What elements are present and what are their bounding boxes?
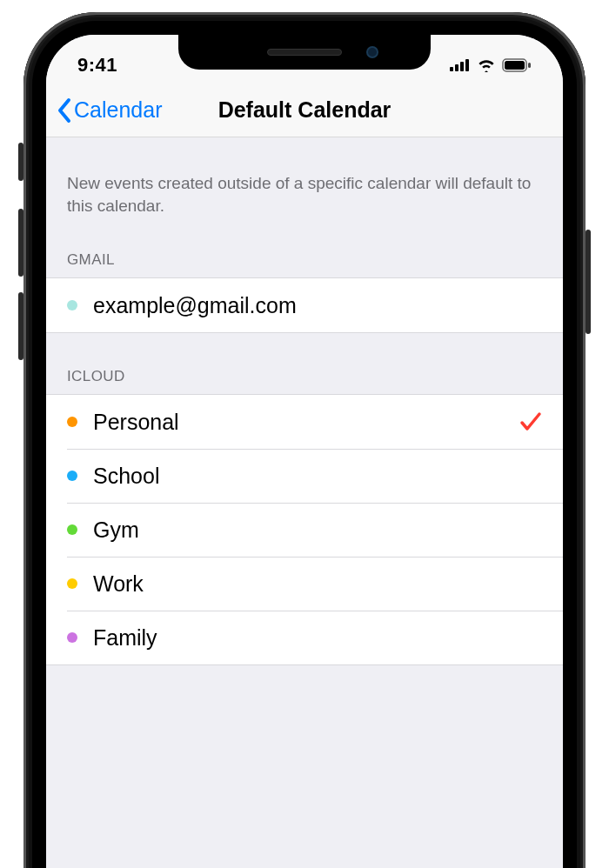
calendar-label: Gym <box>93 517 542 543</box>
calendar-color-dot <box>67 300 77 310</box>
wifi-icon <box>477 58 496 72</box>
calendar-row-family[interactable]: Family <box>46 611 563 664</box>
power-button <box>586 230 591 334</box>
calendar-color-dot <box>67 417 77 427</box>
notch <box>178 35 431 70</box>
earpiece-speaker <box>267 49 342 56</box>
volume-up-button <box>18 209 23 277</box>
group-header-gmail: GMAIL <box>46 227 563 277</box>
screen: 9:41 <box>46 35 563 868</box>
svg-rect-3 <box>465 59 469 71</box>
svg-rect-6 <box>528 63 531 68</box>
page-title: Default Calendar <box>218 97 392 123</box>
calendar-label: School <box>93 464 542 489</box>
calendar-row-school[interactable]: School <box>46 449 563 503</box>
group-icloud: Personal School Gym <box>46 394 563 665</box>
checkmark-icon <box>519 411 542 432</box>
svg-rect-5 <box>505 61 525 70</box>
calendar-row-work[interactable]: Work <box>46 557 563 611</box>
calendar-color-dot <box>67 471 77 481</box>
status-indicators <box>450 58 532 72</box>
phone-bezel: 9:41 <box>32 21 577 868</box>
cellular-icon <box>450 59 471 71</box>
calendar-label: Personal <box>93 410 504 435</box>
group-gmail: example@gmail.com <box>46 277 563 333</box>
calendar-color-dot <box>67 632 77 643</box>
phone-frame: 9:41 <box>23 12 586 868</box>
chevron-left-icon <box>57 97 72 124</box>
volume-down-button <box>18 292 23 360</box>
content: New events created outside of a specific… <box>46 137 563 665</box>
svg-rect-0 <box>450 67 453 71</box>
status-time: 9:41 <box>77 54 117 77</box>
calendar-label: Family <box>93 625 542 651</box>
section-description: New events created outside of a specific… <box>46 137 563 227</box>
calendar-row-gmail-0[interactable]: example@gmail.com <box>46 278 563 332</box>
front-camera <box>366 46 378 58</box>
battery-icon <box>502 58 532 72</box>
mute-switch <box>18 143 23 181</box>
calendar-color-dot <box>67 524 77 535</box>
back-button[interactable]: Calendar <box>57 83 162 137</box>
calendar-row-personal[interactable]: Personal <box>46 395 563 449</box>
calendar-row-gym[interactable]: Gym <box>46 503 563 557</box>
calendar-label: example@gmail.com <box>93 293 542 318</box>
svg-rect-2 <box>460 62 464 71</box>
nav-bar: Calendar Default Calendar <box>46 83 563 137</box>
calendar-color-dot <box>67 578 77 589</box>
calendar-label: Work <box>93 571 542 597</box>
svg-rect-1 <box>455 64 458 71</box>
back-label: Calendar <box>74 97 162 123</box>
group-header-icloud: ICLOUD <box>46 333 563 394</box>
